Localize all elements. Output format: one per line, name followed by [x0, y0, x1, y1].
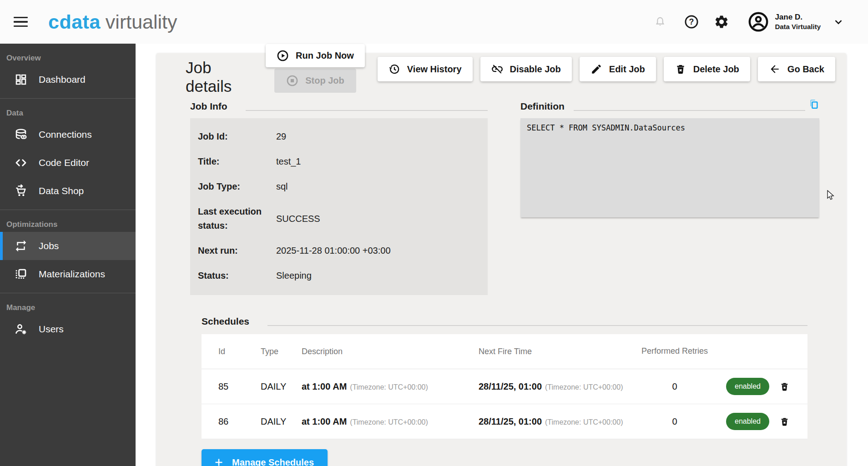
manage-schedules-label: Manage Schedules — [232, 457, 314, 466]
sidebar-item-label: Jobs — [39, 241, 59, 251]
info-row-job-id: Job Id: 29 — [198, 124, 488, 149]
job-info-panel: Job Id: 29 Title: test_1 Job Type: sql — [190, 118, 488, 295]
sidebar-item-label: Materializations — [39, 269, 105, 280]
schedule-row: 85 DAILY at 1:00 AM(Timezone: UTC+00:00)… — [202, 369, 807, 404]
next-fire-timezone: (Timezone: UTC+00:00) — [545, 418, 623, 426]
hamburger-menu-icon[interactable] — [14, 17, 29, 27]
info-row-title: Title: test_1 — [198, 149, 488, 174]
status-badge: enabled — [726, 413, 769, 430]
code-icon — [14, 156, 28, 170]
page-title: Job details — [186, 59, 247, 95]
sidebar-item-label: Dashboard — [39, 74, 86, 85]
job-type-value: sql — [276, 181, 288, 192]
last-execution-status-label: Last execution status: — [198, 205, 276, 233]
notifications-bell-icon[interactable] — [654, 15, 666, 29]
job-info-section: Job Info Job Id: 29 Title: test_1 — [190, 101, 488, 295]
logo-virtuality: virtuality — [106, 11, 177, 33]
delete-schedule-button[interactable] — [779, 381, 790, 392]
sidebar-item-label: Connections — [39, 129, 92, 140]
go-back-button[interactable]: Go Back — [758, 57, 835, 81]
disable-job-label: Disable Job — [510, 64, 561, 75]
sidebar-item-data-shop[interactable]: Data Shop — [0, 177, 136, 205]
view-history-label: View History — [407, 64, 462, 75]
sidebar-item-code-editor[interactable]: Code Editor — [0, 149, 136, 177]
sidebar-divider — [0, 293, 136, 293]
help-icon[interactable]: ? — [684, 14, 699, 30]
delete-job-button[interactable]: Delete Job — [664, 57, 750, 81]
logo-cdata: cdata — [48, 11, 101, 33]
job-id-label: Job Id: — [198, 130, 276, 144]
database-connections-icon — [14, 128, 28, 141]
description-timezone: (Timezone: UTC+00:00) — [350, 383, 428, 391]
history-icon — [389, 63, 400, 75]
app-logo[interactable]: cdata virtuality — [48, 11, 177, 33]
run-job-now-button[interactable]: Run Job Now — [266, 44, 365, 67]
column-performed-retries: Performed Retries — [638, 341, 711, 361]
edit-job-button[interactable]: Edit Job — [580, 57, 656, 81]
copy-icon — [808, 99, 819, 110]
sidebar-item-jobs[interactable]: Jobs — [0, 232, 136, 260]
definition-section: Definition SELECT * FROM SYSADMIN.DataSo… — [520, 101, 819, 295]
status-value: Sleeping — [276, 271, 312, 281]
delete-schedule-button[interactable] — [779, 416, 790, 427]
view-history-button[interactable]: View History — [378, 57, 473, 81]
repeat-jobs-icon — [14, 239, 28, 253]
schedule-next-fire-time: 28/11/25, 01:00(Timezone: UTC+00:00) — [479, 381, 638, 392]
settings-gear-icon[interactable] — [714, 14, 729, 30]
sidebar-section-overview: Overview — [0, 45, 136, 65]
info-row-next-run: Next run: 2025-11-28 01:00:00 +03:00 — [198, 238, 488, 263]
schedules-heading: Schedules — [202, 316, 249, 327]
sidebar-item-connections[interactable]: Connections — [0, 120, 136, 149]
sidebar: Overview Dashboard Data Connections Code… — [0, 44, 136, 466]
copy-definition-button[interactable] — [808, 99, 819, 110]
stop-job-button[interactable]: Stop Job — [274, 69, 356, 93]
status-label: Status: — [198, 269, 276, 283]
sql-definition-box[interactable]: SELECT * FROM SYSADMIN.DataSources — [520, 118, 819, 217]
schedule-description: at 1:00 AM(Timezone: UTC+00:00) — [302, 381, 479, 392]
info-row-last-execution-status: Last execution status: SUCCESS — [198, 199, 488, 238]
stop-circle-icon — [286, 75, 298, 87]
user-organization: Data Virtuality — [775, 22, 821, 31]
app-header: cdata virtuality ? Jane D. Data Virtuali… — [0, 0, 868, 44]
sidebar-item-label: Users — [39, 324, 64, 335]
column-type: Type — [261, 347, 302, 356]
sidebar-item-materializations[interactable]: Materializations — [0, 260, 136, 288]
user-avatar-icon — [747, 11, 769, 33]
chevron-down-icon[interactable] — [833, 16, 844, 28]
sidebar-section-optimizations: Optimizations — [0, 211, 136, 232]
manage-schedules-button[interactable]: Manage Schedules — [202, 449, 328, 466]
pencil-edit-icon — [590, 63, 602, 75]
last-execution-status-value: SUCCESS — [276, 214, 320, 224]
disable-job-button[interactable]: Disable Job — [480, 57, 572, 81]
heading-rule — [574, 110, 805, 111]
schedule-type: DAILY — [261, 381, 302, 392]
sidebar-divider — [0, 98, 136, 99]
schedule-id: 85 — [218, 381, 261, 392]
edit-job-label: Edit Job — [609, 64, 645, 75]
title-label: Title: — [198, 155, 276, 169]
schedules-table: Id Type Description Next Fire Time Perfo… — [202, 334, 807, 439]
schedule-next-fire-time: 28/11/25, 01:00(Timezone: UTC+00:00) — [479, 416, 638, 427]
info-row-job-type: Job Type: sql — [198, 174, 488, 199]
trash-delete-icon — [779, 381, 790, 392]
arrow-left-icon — [769, 63, 781, 75]
column-id: Id — [218, 347, 261, 356]
heading-rule — [246, 110, 488, 111]
sidebar-item-users[interactable]: Users — [0, 315, 136, 343]
next-run-value: 2025-11-28 01:00:00 +03:00 — [276, 246, 391, 256]
link-off-icon — [491, 63, 503, 75]
info-row-status: Status: Sleeping — [198, 263, 488, 288]
title-value: test_1 — [276, 156, 301, 167]
user-name: Jane D. — [775, 12, 821, 22]
sidebar-item-label: Data Shop — [39, 185, 84, 196]
schedules-table-header: Id Type Description Next Fire Time Perfo… — [202, 334, 807, 369]
next-fire-timezone: (Timezone: UTC+00:00) — [545, 383, 623, 391]
schedule-row: 86 DAILY at 1:00 AM(Timezone: UTC+00:00)… — [202, 404, 807, 439]
run-job-now-label: Run Job Now — [296, 50, 354, 61]
user-menu[interactable]: Jane D. Data Virtuality — [747, 11, 844, 33]
status-badge: enabled — [726, 378, 769, 395]
sidebar-item-dashboard[interactable]: Dashboard — [0, 65, 136, 94]
delete-job-label: Delete Job — [693, 64, 739, 75]
job-details-card: Job details Run Job Now Stop Job — [156, 53, 846, 466]
go-back-label: Go Back — [787, 64, 824, 75]
